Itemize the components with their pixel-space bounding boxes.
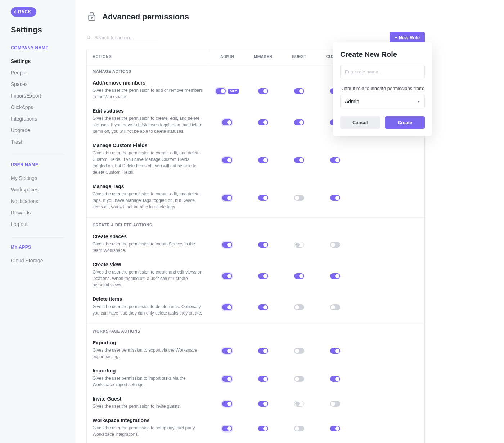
toggle[interactable]	[330, 273, 340, 279]
sidebar-item[interactable]: Cloud Storage	[11, 255, 76, 266]
toggle[interactable]	[294, 88, 304, 94]
toggle[interactable]	[222, 376, 232, 382]
toggle[interactable]	[294, 157, 304, 163]
toggle[interactable]	[258, 195, 268, 201]
toggle[interactable]	[294, 426, 304, 431]
divider	[11, 155, 65, 155]
toolbar: + New Role	[86, 32, 425, 43]
all-badge[interactable]: All	[228, 89, 239, 94]
inherit-selected: Admin	[345, 99, 359, 104]
chevron-left-icon	[14, 10, 17, 13]
back-label: BACK	[18, 9, 31, 14]
toggle[interactable]	[294, 304, 304, 310]
toggle[interactable]	[258, 119, 268, 125]
new-role-button[interactable]: + New Role	[390, 32, 425, 43]
settings-title: Settings	[11, 25, 76, 35]
toggle[interactable]	[258, 88, 268, 94]
toggle[interactable]	[294, 348, 304, 354]
table-row: Workspace IntegrationsGives the user the…	[87, 415, 424, 443]
action-description: Gives the user the permission to create …	[93, 241, 203, 254]
divider	[11, 237, 65, 238]
back-button[interactable]: BACK	[11, 7, 36, 17]
table-row: Manage TagsGives the user the permission…	[87, 181, 424, 215]
table-row: Create spacesGives the user the permissi…	[87, 231, 424, 259]
action-title: Create View	[93, 262, 203, 267]
sidebar-item[interactable]: Upgrade	[11, 125, 76, 136]
column-actions: ACTIONS	[87, 49, 209, 64]
search-icon	[86, 35, 91, 40]
action-description: Gives the user the permission to create,…	[93, 150, 203, 176]
table-row: Invite GuestGives the user the permissio…	[87, 393, 424, 415]
action-title: Manage Custom Fields	[93, 143, 203, 148]
role-name-input[interactable]	[340, 65, 425, 78]
svg-point-1	[91, 17, 93, 18]
toggle[interactable]	[294, 119, 304, 125]
toggle[interactable]	[330, 304, 340, 310]
action-title: Exporting	[93, 340, 203, 345]
toggle[interactable]	[330, 401, 340, 407]
sidebar-item[interactable]: My Settings	[11, 172, 76, 184]
sidebar-item[interactable]: People	[11, 67, 76, 78]
action-description: Gives the user the permission to create,…	[93, 115, 203, 135]
toggle[interactable]	[222, 348, 232, 354]
toggle[interactable]	[294, 401, 304, 407]
toggle[interactable]	[222, 401, 232, 407]
page-title: Advanced permissions	[102, 12, 189, 22]
toggle[interactable]	[330, 348, 340, 354]
search-input[interactable]	[94, 35, 158, 41]
toggle[interactable]	[216, 88, 226, 94]
toggle[interactable]	[258, 348, 268, 354]
toggle[interactable]	[222, 426, 232, 431]
toggle[interactable]	[258, 304, 268, 310]
sidebar-item[interactable]: Notifications	[11, 195, 76, 207]
toggle[interactable]	[258, 401, 268, 407]
toggle[interactable]	[294, 273, 304, 279]
cancel-button[interactable]: Cancel	[340, 116, 380, 129]
sidebar-item[interactable]: Rewards	[11, 207, 76, 218]
toggle[interactable]	[258, 376, 268, 382]
sidebar-item[interactable]: Integrations	[11, 113, 76, 125]
toggle[interactable]	[330, 376, 340, 382]
action-title: Delete items	[93, 296, 203, 302]
column-role: GUEST	[281, 49, 317, 64]
toggle[interactable]	[222, 157, 232, 163]
popover-title: Create New Role	[340, 50, 425, 59]
chevron-down-icon	[417, 101, 420, 103]
toggle[interactable]	[330, 157, 340, 163]
toggle[interactable]	[294, 242, 304, 248]
apps-heading: MY APPS	[11, 245, 76, 250]
toggle[interactable]	[258, 242, 268, 248]
inherit-select[interactable]: Admin	[340, 95, 425, 108]
toggle[interactable]	[258, 426, 268, 431]
toggle[interactable]	[330, 195, 340, 201]
lock-icon	[86, 11, 97, 23]
sidebar-item[interactable]: Workspaces	[11, 184, 76, 195]
create-role-popover: Create New Role Default role to inherite…	[333, 42, 432, 136]
action-description: Gives the user permission to import task…	[93, 375, 203, 388]
toggle[interactable]	[330, 426, 340, 431]
toggle[interactable]	[294, 376, 304, 382]
sidebar-item[interactable]: Spaces	[11, 78, 76, 90]
create-button[interactable]: Create	[385, 116, 425, 129]
toggle[interactable]	[258, 273, 268, 279]
action-title: Workspace Integrations	[93, 417, 203, 423]
column-role: ADMIN	[209, 49, 245, 64]
sidebar-item[interactable]: Log out	[11, 218, 76, 230]
toggle[interactable]	[330, 242, 340, 248]
toggle[interactable]	[222, 242, 232, 248]
search-box[interactable]	[86, 33, 158, 42]
svg-point-2	[87, 36, 90, 39]
toggle[interactable]	[222, 304, 232, 310]
toggle[interactable]	[222, 273, 232, 279]
toggle[interactable]	[222, 119, 232, 125]
sidebar-item[interactable]: Settings	[11, 55, 76, 67]
sidebar-item[interactable]: Import/Export	[11, 90, 76, 101]
group-heading: WORKSPACE ACTIONS	[87, 329, 424, 337]
action-description: Gives the user permission to export via …	[93, 347, 203, 360]
toggle[interactable]	[258, 157, 268, 163]
sidebar-item[interactable]: ClickApps	[11, 101, 76, 113]
toggle[interactable]	[222, 195, 232, 201]
table-row: Manage Custom FieldsGives the user the p…	[87, 140, 424, 181]
toggle[interactable]	[294, 195, 304, 201]
sidebar-item[interactable]: Trash	[11, 136, 76, 148]
